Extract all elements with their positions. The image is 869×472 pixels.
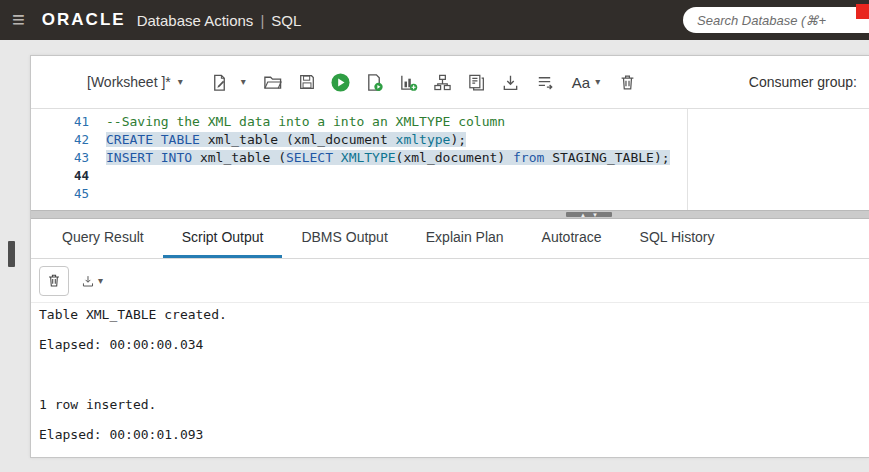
download-output-button[interactable]: ▾ — [75, 266, 109, 296]
autotrace-button[interactable] — [430, 69, 456, 95]
script-output: Table XML_TABLE created. Elapsed: 00:00:… — [31, 303, 869, 457]
chevron-down-icon: ▾ — [98, 276, 103, 286]
download-button[interactable] — [498, 69, 524, 95]
output-line — [39, 412, 869, 427]
open-folder-icon — [263, 73, 282, 92]
tab-sql-history[interactable]: SQL History — [621, 219, 734, 258]
line-number: 43 — [31, 149, 106, 167]
new-worksheet-icon — [210, 73, 229, 92]
worksheet-selector[interactable]: [Worksheet ]* ▾ — [87, 74, 183, 90]
line-number: 42 — [31, 131, 106, 149]
download-icon — [81, 272, 95, 290]
save-button[interactable] — [294, 69, 320, 95]
consumer-group-label: Consumer group: — [749, 74, 869, 90]
line-number: 45 — [31, 185, 106, 203]
app-window: ≡ ORACLE Database Actions | SQL [Workshe… — [0, 0, 869, 472]
worksheet-toolbar: [Worksheet ]* ▾ ▾ — [31, 56, 869, 109]
splitter-up-icon: ▲ — [580, 212, 586, 218]
product-title: Database Actions | SQL — [137, 12, 302, 29]
code-line: --Saving the XML data into a into an XML… — [106, 113, 505, 131]
menu-icon[interactable]: ≡ — [12, 9, 25, 31]
run-script-icon — [365, 73, 384, 92]
tab-script-output[interactable]: Script Output — [163, 219, 283, 258]
run-statement-button[interactable] — [328, 69, 354, 95]
serveroutput-button[interactable] — [464, 69, 490, 95]
output-toolbar: ▾ — [31, 259, 869, 303]
font-size-button[interactable]: Aa ▾ — [572, 69, 600, 95]
output-line — [39, 352, 869, 367]
line-number: 44 — [31, 167, 106, 185]
title-divider: | — [260, 12, 264, 29]
worksheet-name: [Worksheet ]* — [87, 74, 171, 90]
format-icon — [535, 73, 554, 92]
explain-plan-icon — [399, 73, 418, 92]
code-line: CREATE TABLE xml_table (xml_document xml… — [106, 131, 466, 149]
format-button[interactable] — [532, 69, 558, 95]
editor-line[interactable]: 42CREATE TABLE xml_table (xml_document x… — [31, 131, 869, 149]
trash-icon — [46, 271, 62, 290]
output-line: Elapsed: 00:00:00.034 — [39, 337, 869, 352]
download-icon — [501, 73, 520, 92]
search-input[interactable] — [683, 7, 869, 33]
output-line: Table XML_TABLE created. — [39, 307, 869, 322]
autotrace-icon — [433, 73, 452, 92]
run-script-button[interactable] — [362, 69, 388, 95]
splitter-grip[interactable]: ▲ ▼ — [566, 212, 612, 217]
output-line: 1 row inserted. — [39, 397, 869, 412]
output-line: Elapsed: 00:00:01.093 — [39, 427, 869, 442]
output-line — [39, 322, 869, 337]
editor-line[interactable]: 45 — [31, 185, 869, 203]
main-panel: [Worksheet ]* ▾ ▾ — [30, 55, 869, 458]
trash-icon — [618, 73, 637, 92]
tab-autotrace[interactable]: Autotrace — [523, 219, 621, 258]
tab-explain-plan[interactable]: Explain Plan — [407, 219, 523, 258]
notification-badge[interactable] — [856, 4, 869, 19]
line-number: 41 — [31, 113, 106, 131]
code-editor[interactable]: 41--Saving the XML data into a into an X… — [31, 109, 869, 210]
editor-line[interactable]: 43INSERT INTO xml_table (SELECT XMLTYPE(… — [31, 149, 869, 167]
new-worksheet-menu-chevron-icon[interactable]: ▾ — [241, 77, 246, 87]
chevron-down-icon: ▾ — [178, 77, 183, 87]
result-tabs: Query ResultScript OutputDBMS OutputExpl… — [31, 219, 869, 259]
editor-line[interactable]: 44 — [31, 167, 869, 185]
left-splitter-handle[interactable] — [8, 241, 15, 267]
splitter-down-icon: ▼ — [592, 212, 598, 218]
horizontal-splitter[interactable]: ▲ ▼ — [31, 210, 869, 219]
code-line: INSERT INTO xml_table (SELECT XMLTYPE(xm… — [106, 149, 670, 167]
tab-query-result[interactable]: Query Result — [43, 219, 163, 258]
clear-output-button[interactable] — [39, 266, 69, 296]
run-icon — [330, 72, 351, 93]
editor-line[interactable]: 41--Saving the XML data into a into an X… — [31, 113, 869, 131]
output-line — [39, 367, 869, 382]
output-line — [39, 382, 869, 397]
print-margin — [687, 109, 688, 210]
chevron-down-icon: ▾ — [595, 77, 600, 87]
explain-plan-button[interactable] — [396, 69, 422, 95]
open-file-button[interactable] — [260, 69, 286, 95]
serveroutput-icon — [467, 73, 486, 92]
product-name: Database Actions — [137, 12, 254, 29]
top-bar: ≡ ORACLE Database Actions | SQL — [0, 0, 869, 40]
section-name: SQL — [271, 12, 301, 29]
oracle-logo: ORACLE — [42, 10, 126, 30]
tab-dbms-output[interactable]: DBMS Output — [282, 219, 406, 258]
clear-worksheet-button[interactable] — [614, 69, 640, 95]
new-worksheet-button[interactable] — [207, 69, 233, 95]
save-icon — [298, 73, 316, 91]
font-size-label: Aa — [572, 74, 590, 91]
